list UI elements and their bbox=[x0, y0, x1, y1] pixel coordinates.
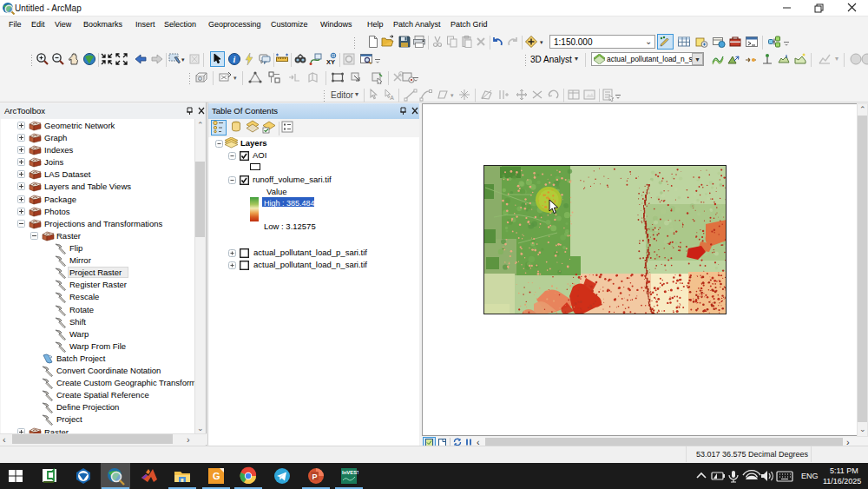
svg-text:A: A bbox=[390, 95, 394, 101]
svg-text:i: i bbox=[233, 55, 236, 64]
svg-text:InVEST: InVEST bbox=[342, 470, 358, 475]
svg-text:G: G bbox=[213, 471, 220, 481]
svg-text:XY: XY bbox=[326, 58, 335, 66]
svg-text:P: P bbox=[312, 472, 318, 481]
